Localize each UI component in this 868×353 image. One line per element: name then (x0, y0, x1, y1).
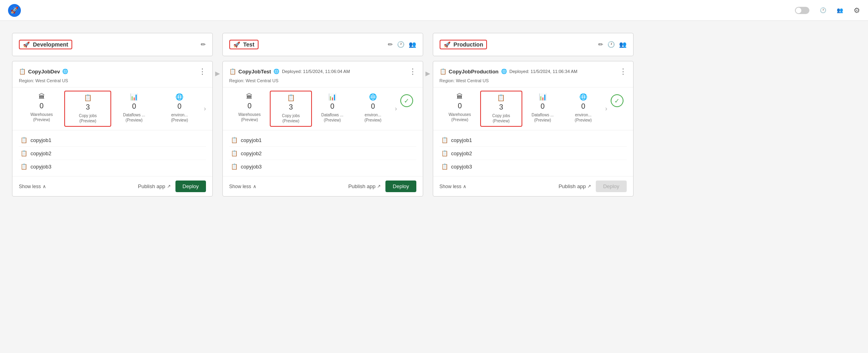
metric-item-production-3[interactable]: 🌐0environ... (Preview) (563, 91, 603, 127)
chevron-up-icon-test: ∧ (253, 184, 257, 189)
metric-icon-production-3: 🌐 (579, 93, 587, 101)
metric-item-test-1[interactable]: 📋3Copy jobs (Preview) (270, 91, 312, 127)
stage-actions-test: ✏🕐👥 (388, 41, 416, 48)
chevron-right-test[interactable]: › (393, 91, 397, 127)
show-less-button-production[interactable]: Show less ∧ (440, 184, 467, 189)
card-footer-production: Show less ∧Publish app ↗Deploy (433, 176, 633, 196)
list-item-icon-test-2: 📋 (231, 163, 238, 170)
deployed-badge-test: Deployed: 11/5/2024, 11:06:04 AM (282, 69, 350, 74)
metric-item-test-3[interactable]: 🌐0environ... (Preview) (352, 91, 393, 127)
history-icon-test[interactable]: 🕐 (397, 41, 405, 48)
stage-test: 🚀Test✏🕐👥📋CopyJobTest🌐Deployed: 11/5/2024… (222, 33, 423, 197)
users-icon-test[interactable]: 👥 (409, 41, 416, 48)
stage-label-test: 🚀Test (229, 40, 259, 49)
metric-item-development-3[interactable]: 🌐0environ... (Preview) (157, 91, 202, 127)
manage-access-button[interactable]: 👥 (837, 7, 846, 13)
list-item-name-development-1: copyjob2 (31, 150, 51, 156)
deploy-button-development[interactable]: Deploy (175, 181, 206, 192)
list-item-development-1: 📋copyjob2 (19, 147, 206, 160)
metric-item-test-2[interactable]: 📊0Dataflows ... (Preview) (312, 91, 352, 127)
show-less-button-development[interactable]: Show less ∧ (19, 184, 46, 189)
show-less-button-test[interactable]: Show less ∧ (229, 184, 257, 189)
new-deployment-pipelines-toggle[interactable] (795, 7, 812, 14)
metric-icon-test-0: 🏛 (246, 93, 253, 100)
publish-label-development: Publish app (138, 183, 165, 189)
metric-item-production-0[interactable]: 🏛0Warehouses (Preview) (440, 91, 480, 127)
edit-icon-test[interactable]: ✏ (388, 41, 393, 48)
list-item-name-test-1: copyjob2 (241, 150, 262, 156)
card-header-test: 📋CopyJobTest🌐Deployed: 11/5/2024, 11:06:… (223, 61, 423, 78)
list-item-test-0: 📋copyjob1 (229, 134, 416, 147)
footer-actions-test: Publish app ↗Deploy (348, 181, 416, 192)
edit-icon-development[interactable]: ✏ (201, 41, 206, 48)
stage-env-icon: 🚀 (233, 41, 240, 48)
list-item-icon-production-0: 📋 (441, 137, 448, 143)
metric-item-development-1[interactable]: 📋3Copy jobs (Preview) (64, 91, 111, 127)
history-icon-production[interactable]: 🕐 (607, 41, 615, 48)
metrics-row-test: 🏛0Warehouses (Preview)📋3Copy jobs (Previ… (223, 87, 423, 130)
stage-env-icon: 🚀 (23, 41, 30, 48)
more-menu-test[interactable]: ⋮ (409, 67, 416, 76)
metric-icon-production-0: 🏛 (456, 93, 463, 100)
edit-icon-production[interactable]: ✏ (598, 41, 603, 48)
list-item-development-2: 📋copyjob3 (19, 160, 206, 173)
card-region-development: Region: West Central US (12, 78, 212, 87)
more-menu-development[interactable]: ⋮ (199, 67, 206, 76)
metric-item-development-0[interactable]: 🏛0Warehouses (Preview) (19, 91, 64, 127)
toggle-switch[interactable] (795, 7, 809, 14)
copy-icon-production: 📋 (440, 68, 446, 75)
publish-label-test: Publish app (348, 183, 375, 189)
list-item-test-2: 📋copyjob3 (229, 160, 416, 173)
metric-value-development-2: 0 (132, 102, 136, 111)
publish-app-button-development[interactable]: Publish app ↗ (138, 183, 171, 189)
deployment-card-development: 📋CopyJobDev🌐⋮Region: West Central US🏛0Wa… (12, 61, 213, 197)
stage-header-development: 🚀Development✏ (12, 33, 213, 56)
deploy-button-test[interactable]: Deploy (385, 181, 416, 192)
card-title-row-test: 📋CopyJobTest🌐Deployed: 11/5/2024, 11:06:… (229, 68, 350, 75)
users-icon-production[interactable]: 👥 (619, 41, 627, 48)
list-item-name-test-0: copyjob1 (241, 137, 262, 143)
stage-label-production: 🚀Production (440, 40, 487, 49)
header-right: 🕐 👥 ⚙ (795, 6, 860, 15)
metric-icon-development-2: 📊 (130, 93, 138, 101)
pipeline-arrow-2: ► (423, 33, 433, 78)
list-item-icon-test-0: 📋 (231, 137, 238, 143)
card-title-test: 📋CopyJobTest🌐Deployed: 11/5/2024, 11:06:… (229, 68, 350, 75)
settings-icon[interactable]: ⚙ (854, 6, 860, 15)
metric-item-production-2[interactable]: 📊0Dataflows ... (Preview) (522, 91, 563, 127)
list-item-icon-development-2: 📋 (20, 163, 27, 170)
list-item-icon-production-2: 📋 (441, 163, 448, 170)
more-menu-production[interactable]: ⋮ (619, 67, 627, 76)
chevron-right-development[interactable]: › (202, 91, 206, 127)
show-less-label-production: Show less (440, 184, 462, 189)
metric-label-test-0: Warehouses (Preview) (238, 112, 261, 122)
show-less-label-development: Show less (19, 184, 41, 189)
list-item-production-0: 📋copyjob1 (440, 134, 627, 147)
deployment-history-button[interactable]: 🕐 (820, 7, 829, 13)
success-indicator-production: ✓ (611, 94, 623, 107)
metric-value-production-2: 0 (541, 102, 545, 111)
list-item-name-development-0: copyjob1 (31, 137, 51, 143)
copy-icon-test: 📋 (229, 68, 236, 75)
list-item-name-production-0: copyjob1 (451, 137, 472, 143)
app-icon: 🚀 (8, 4, 21, 17)
metric-item-test-0[interactable]: 🏛0Warehouses (Preview) (229, 91, 270, 127)
metric-label-production-0: Warehouses (Preview) (448, 112, 471, 122)
publish-app-button-test[interactable]: Publish app ↗ (348, 183, 381, 189)
chevron-right-production[interactable]: › (603, 91, 607, 127)
card-footer-test: Show less ∧Publish app ↗Deploy (223, 176, 423, 196)
metric-value-production-3: 0 (581, 102, 585, 111)
list-item-name-test-2: copyjob3 (241, 164, 262, 170)
metric-item-production-1[interactable]: 📋3Copy jobs (Preview) (480, 91, 522, 127)
metric-icon-test-2: 📊 (328, 93, 336, 101)
metric-label-production-3: environ... (Preview) (575, 112, 592, 123)
list-item-icon-development-0: 📋 (20, 137, 27, 143)
card-title-production: 📋CopyJobProduction🌐Deployed: 11/5/2024, … (440, 68, 578, 75)
items-list-test: 📋copyjob1📋copyjob2📋copyjob3 (223, 130, 423, 176)
footer-actions-production: Publish app ↗Deploy (558, 181, 626, 192)
card-header-production: 📋CopyJobProduction🌐Deployed: 11/5/2024, … (433, 61, 633, 78)
deployed-badge-production: Deployed: 11/5/2024, 11:06:34 AM (509, 69, 577, 74)
publish-app-button-production[interactable]: Publish app ↗ (558, 183, 591, 189)
external-link-icon-production: ↗ (587, 184, 591, 189)
metric-item-development-2[interactable]: 📊0Dataflows ... (Preview) (111, 91, 157, 127)
